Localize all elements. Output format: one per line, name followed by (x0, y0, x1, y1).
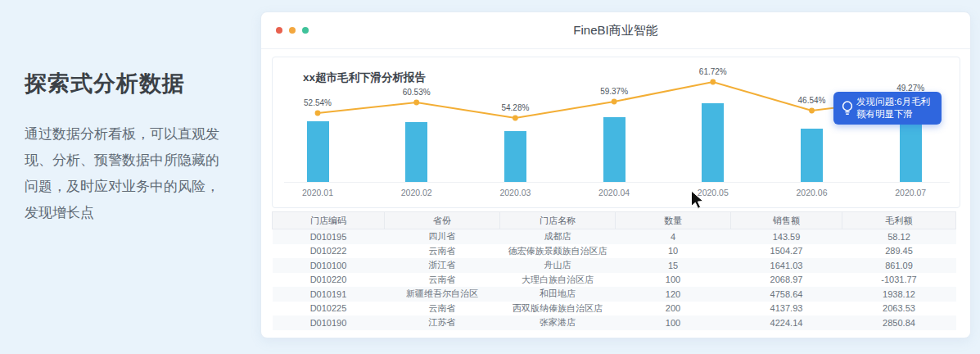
table-row[interactable]: D010220云南省大理白族自治区店1002068.97-1031.77 (273, 273, 956, 288)
percent-label: 60.53% (388, 88, 445, 97)
table-row[interactable]: D010100浙江省舟山店151641.03861.09 (273, 258, 956, 273)
table-cell: 新疆维吾尔自治区 (385, 287, 500, 302)
x-tick-label: 2020.01 (285, 188, 350, 197)
line-point (710, 79, 716, 85)
table-cell: 1641.03 (731, 258, 842, 273)
table-cell: D010222 (273, 244, 385, 259)
table-cell: 289.45 (842, 244, 956, 259)
x-tick-label: 2020.03 (482, 188, 548, 197)
lightbulb-icon (838, 100, 856, 116)
table-cell: D010190 (273, 315, 385, 330)
table-cell: 舟山店 (500, 258, 616, 273)
line-point (315, 111, 321, 116)
table-cell: 和田地店 (500, 287, 616, 302)
table-row[interactable]: D010225云南省西双版纳傣族自治区店2004137.932063.53 (273, 302, 956, 316)
x-tick-label: 2020.07 (878, 188, 943, 197)
line-point (413, 100, 419, 106)
table-cell: 100 (616, 315, 731, 330)
tooltip-text: 发现问题:6月毛利 额有明显下滑 (856, 96, 930, 120)
table-cell: 1938.12 (842, 287, 956, 302)
table-cell: D010220 (273, 273, 385, 288)
page-title: 探索式分析数据 (25, 69, 267, 98)
plot-area: 2020.0152.54%2020.0260.53%2020.0354.28%2… (273, 57, 961, 209)
table-row[interactable]: D010222云南省德宏傣族景颇族自治区店101504.27289.45 (273, 244, 956, 259)
line-point (809, 108, 815, 114)
bar-2020.01[interactable] (307, 121, 329, 182)
table-row[interactable]: D010195四川省成都店4143.5958.12 (273, 229, 956, 244)
table-cell: 浙江省 (385, 258, 500, 273)
table-cell: 张家港店 (500, 315, 616, 330)
column-header-门店编码[interactable]: 门店编码 (273, 212, 385, 229)
table-cell: 2063.53 (842, 302, 956, 316)
table-row[interactable]: D010190江苏省张家港店1004224.142850.84 (273, 315, 956, 330)
window-titlebar: FineBI商业智能 (261, 12, 970, 49)
table-cell: 德宏傣族景颇族自治区店 (500, 244, 616, 259)
table-cell: 云南省 (385, 302, 500, 316)
table-row[interactable]: D010191新疆维吾尔自治区和田地店1204758.641938.12 (273, 287, 956, 302)
intro-panel: 探索式分析数据 通过数据分析看板，可以直观发 现、分析、预警数据中所隐藏的 问题… (25, 69, 267, 226)
bar-2020.06[interactable] (801, 129, 823, 182)
table-cell: D010191 (273, 287, 385, 302)
table-cell: 4224.14 (731, 315, 842, 330)
table-cell: 2068.97 (731, 273, 842, 288)
column-header-销售额[interactable]: 销售额 (731, 212, 842, 229)
table-cell: D010225 (273, 302, 385, 316)
table-cell: 云南省 (385, 244, 500, 259)
table-cell: 云南省 (385, 273, 500, 288)
line-point (612, 99, 617, 105)
window-title: FineBI商业智能 (261, 12, 970, 48)
x-axis-line (284, 182, 950, 183)
table-cell: 861.09 (842, 258, 956, 273)
percent-label: 61.72% (684, 67, 742, 76)
page-description: 通过数据分析看板，可以直观发 现、分析、预警数据中所隐藏的 问题，及时应对业务中… (25, 121, 267, 226)
column-header-数量[interactable]: 数量 (616, 212, 731, 229)
dashboard-window: FineBI商业智能 xx超市毛利下滑分析报告 2020.0152.54%202… (260, 11, 971, 338)
bar-2020.07[interactable] (900, 123, 922, 182)
table-cell: 2850.84 (842, 315, 956, 330)
bar-2020.02[interactable] (405, 122, 427, 182)
bar-2020.04[interactable] (603, 117, 625, 182)
line-point (513, 116, 518, 121)
table-cell: 成都店 (500, 229, 616, 244)
table-cell: 4 (616, 229, 731, 244)
percent-label: 46.54% (784, 96, 841, 105)
percent-label: 52.54% (289, 98, 346, 107)
column-header-门店名称[interactable]: 门店名称 (500, 212, 616, 229)
table-cell: 西双版纳傣族自治区店 (500, 302, 616, 316)
column-header-省份[interactable]: 省份 (385, 212, 500, 229)
insight-tooltip: 发现问题:6月毛利 额有明显下滑 (833, 92, 942, 125)
table-cell: 4137.93 (731, 302, 842, 316)
table-cell: D010100 (273, 258, 385, 273)
mouse-cursor-icon (690, 190, 704, 213)
table-cell: D010195 (273, 229, 385, 244)
store-table: 门店编码省份门店名称数量销售额毛利额 D010195四川省成都店4143.595… (272, 211, 956, 330)
table-cell: 1504.27 (731, 244, 842, 259)
table-cell: 10 (616, 244, 731, 259)
x-tick-label: 2020.04 (581, 188, 647, 197)
table-cell: 143.59 (731, 229, 842, 244)
table-cell: 120 (616, 287, 731, 302)
table-cell: -1031.77 (842, 273, 956, 288)
percent-label: 59.37% (585, 87, 643, 96)
table-header-row: 门店编码省份门店名称数量销售额毛利额 (273, 212, 956, 229)
table-cell: 100 (616, 273, 731, 288)
table-cell: 大理白族自治区店 (500, 273, 616, 288)
percent-label: 54.28% (486, 103, 544, 112)
x-tick-label: 2020.02 (384, 188, 449, 197)
x-tick-label: 2020.06 (779, 188, 845, 197)
table-cell: 4758.64 (731, 287, 842, 302)
bar-2020.05[interactable] (702, 103, 724, 182)
table-cell: 江苏省 (385, 315, 500, 330)
column-header-毛利额[interactable]: 毛利额 (842, 212, 956, 229)
bar-2020.03[interactable] (504, 131, 526, 182)
table-cell: 200 (616, 302, 731, 316)
table-cell: 58.12 (842, 229, 956, 244)
chart-panel: xx超市毛利下滑分析报告 2020.0152.54%2020.0260.53%2… (272, 57, 960, 208)
table-cell: 四川省 (385, 229, 500, 244)
table-cell: 15 (616, 258, 731, 273)
page: { "page": { "background": "#e9f3fb" }, "… (0, 0, 980, 354)
